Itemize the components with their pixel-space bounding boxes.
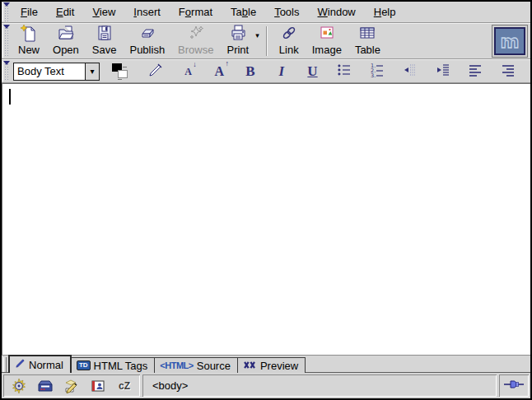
preview-icon (243, 360, 257, 372)
chevron-down-icon[interactable]: ▾ (85, 63, 99, 80)
text-color-picker[interactable] (110, 62, 133, 81)
composer-icon[interactable] (63, 378, 81, 394)
highlight-color-button[interactable] (144, 62, 167, 81)
print-menu-arrow-icon[interactable]: ▾ (255, 32, 259, 40)
menubar-grippy[interactable] (2, 2, 10, 21)
indent-icon (435, 62, 451, 81)
main-toolbar-grippy[interactable] (2, 25, 10, 58)
svg-text:m: m (501, 31, 520, 52)
html-tag-icon: <HTML> (160, 360, 193, 370)
font-smaller-icon: A↓ (184, 65, 192, 78)
align-right-icon (500, 62, 516, 81)
menu-tools[interactable]: Tools (267, 2, 306, 21)
editor-canvas[interactable] (2, 83, 530, 355)
underline-icon: U (307, 63, 317, 80)
menu-file[interactable]: File (13, 2, 45, 21)
toolbar-separator (266, 26, 268, 56)
pencil-icon (15, 358, 26, 371)
bullet-list-icon (336, 62, 352, 81)
online-plug-icon (503, 379, 525, 393)
table-icon (357, 23, 377, 43)
menu-insert[interactable]: Insert (126, 2, 168, 21)
grippy-collapse-icon (3, 2, 10, 7)
outdent-icon (402, 62, 418, 81)
navigator-icon[interactable] (10, 378, 28, 394)
tag-icon: TD (77, 360, 91, 370)
grippy-collapse-icon (3, 61, 10, 65)
numbered-list-button[interactable]: 1.2.3. (366, 62, 388, 81)
bullet-list-button[interactable] (334, 62, 355, 81)
tabstrip-handle (3, 357, 7, 372)
numbered-list-icon: 1.2.3. (369, 62, 385, 81)
format-toolbar: Body Text ▾ A↓ A↑ B I U (2, 59, 530, 83)
publish-button[interactable]: Publish (124, 24, 170, 58)
save-floppy-icon (95, 23, 114, 43)
save-button[interactable]: Save (86, 24, 123, 58)
align-right-button[interactable] (497, 62, 519, 81)
color-swatches-icon (112, 63, 130, 81)
format-toolbar-grippy[interactable] (2, 61, 10, 81)
tab-html-tags[interactable]: TD HTML Tags (71, 357, 155, 373)
address-book-icon[interactable] (89, 378, 107, 394)
image-icon (317, 23, 337, 43)
link-button[interactable]: Link (273, 24, 305, 58)
menu-help[interactable]: Help (366, 2, 404, 21)
mozilla-throbber[interactable]: m (492, 25, 528, 58)
element-path[interactable]: <body> (152, 379, 188, 392)
decrease-font-button[interactable]: A↓ (179, 62, 198, 81)
print-button[interactable]: Print (221, 24, 254, 58)
italic-button[interactable]: I (272, 62, 292, 81)
paragraph-format-select[interactable]: Body Text ▾ (13, 63, 100, 81)
underline-button[interactable]: U (303, 62, 323, 81)
browse-icon (186, 23, 206, 43)
bold-icon: B (245, 63, 254, 80)
publish-icon (138, 23, 157, 43)
italic-icon: I (278, 63, 284, 80)
text-cursor (9, 89, 11, 105)
print-icon (228, 23, 248, 43)
menu-view[interactable]: View (85, 2, 123, 21)
menu-table[interactable]: Table (223, 2, 264, 21)
format-icon-group: A↓ A↑ B I U 1.2.3. (100, 62, 530, 81)
browse-button[interactable]: Browse (172, 24, 219, 58)
increase-font-button[interactable]: A↑ (209, 62, 229, 81)
edit-mode-tabs: Normal TD HTML Tags <HTML> Source Previe… (2, 355, 530, 373)
tab-normal[interactable]: Normal (8, 355, 72, 373)
structure-bar: <body> (142, 374, 497, 397)
tab-source[interactable]: <HTML> Source (154, 357, 238, 373)
align-left-icon (467, 62, 483, 81)
online-status[interactable] (499, 374, 529, 397)
open-folder-icon (56, 23, 76, 43)
mail-icon[interactable] (36, 378, 54, 394)
tab-preview[interactable]: Preview (237, 357, 306, 373)
new-button[interactable]: New (12, 24, 45, 58)
chatzilla-icon[interactable]: cZ (115, 378, 133, 394)
table-button[interactable]: Table (349, 24, 386, 58)
paragraph-format-value: Body Text (14, 65, 85, 77)
mozilla-logo-icon: m (494, 27, 525, 55)
indent-button[interactable] (432, 62, 454, 81)
link-chain-icon (279, 23, 299, 43)
open-button[interactable]: Open (47, 24, 85, 58)
composer-window: File Edit View Insert Format Table Tools… (0, 0, 532, 400)
svg-text:3.: 3. (371, 72, 376, 78)
highlighter-pen-icon (147, 61, 165, 81)
grippy-collapse-icon (3, 25, 10, 29)
outdent-button[interactable] (399, 62, 421, 81)
menu-bar: File Edit View Insert Format Table Tools… (2, 2, 530, 23)
align-left-button[interactable] (464, 62, 486, 81)
new-page-icon (19, 23, 39, 43)
menu-edit[interactable]: Edit (49, 2, 82, 21)
component-bar: cZ (3, 374, 140, 397)
bold-button[interactable]: B (240, 62, 260, 81)
image-button[interactable]: Image (306, 24, 348, 58)
status-bar: cZ <body> (2, 373, 530, 398)
menu-window[interactable]: Window (310, 2, 363, 21)
main-toolbar: New Open Save Publish Browse Print ▾ (2, 23, 530, 59)
font-larger-icon: A↑ (214, 64, 224, 79)
menu-format[interactable]: Format (171, 2, 220, 21)
